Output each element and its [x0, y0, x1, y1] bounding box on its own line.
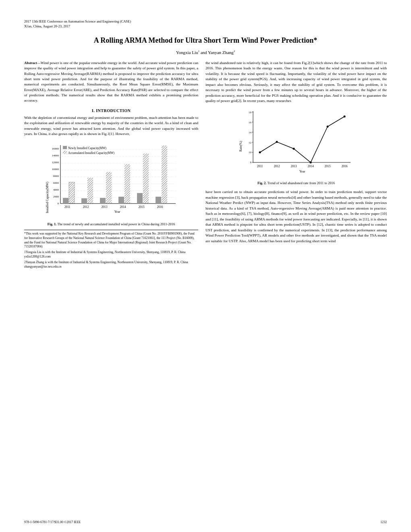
svg-rect-42 — [63, 146, 67, 149]
paper-title: A Rolling ARMA Method for Ultra Short Te… — [48, 35, 363, 46]
fig2-caption: Fig. 2. Trend of wind abandoned rate fro… — [206, 181, 387, 185]
svg-rect-24 — [69, 182, 75, 204]
svg-rect-33 — [156, 197, 161, 204]
svg-text:Accumulated Installed Capacity: Accumulated Installed Capacity(MW) — [68, 151, 114, 155]
svg-rect-21 — [63, 198, 68, 204]
svg-text:Year: Year — [114, 210, 120, 214]
svg-text:2011: 2011 — [64, 205, 71, 209]
authors-line: Yongxia Liu1 and Yanyan Zhang2 — [24, 50, 387, 55]
svg-rect-29 — [118, 197, 124, 204]
svg-text:2012: 2012 — [274, 164, 280, 168]
svg-rect-25 — [81, 198, 87, 204]
svg-point-65 — [327, 125, 329, 127]
svg-text:Installed Capacity(MW): Installed Capacity(MW) — [46, 181, 49, 213]
svg-rect-26 — [87, 178, 93, 204]
svg-rect-31 — [137, 193, 143, 204]
figure-2: Rate(%) 8 10 12 14 16 — [206, 108, 387, 185]
fig1-caption: Fig. 1. The trend of newly and accumulat… — [24, 222, 198, 227]
svg-rect-34 — [162, 145, 167, 204]
intro-text-right-2: have been carried on to obtain accurate … — [206, 189, 387, 244]
conference-line1: 2017 13th IEEE Conference on Automation … — [24, 19, 387, 23]
svg-text:2011: 2011 — [257, 164, 263, 168]
svg-text:14: 14 — [249, 131, 252, 134]
svg-text:Newly Installed Capacity(MW): Newly Installed Capacity(MW) — [68, 146, 106, 150]
svg-text:2000: 2000 — [53, 195, 59, 198]
svg-text:2013: 2013 — [102, 205, 108, 209]
svg-text:6000: 6000 — [53, 181, 59, 185]
svg-point-66 — [344, 115, 346, 117]
svg-text:Year: Year — [299, 170, 305, 173]
intro-text-left: With the depletion of conventional energ… — [24, 115, 198, 137]
svg-text:16000: 16000 — [52, 147, 59, 150]
svg-text:0: 0 — [58, 202, 59, 205]
svg-point-63 — [293, 148, 295, 150]
svg-rect-32 — [143, 154, 149, 204]
svg-text:Rate(%): Rate(%) — [239, 141, 243, 152]
svg-rect-27 — [100, 198, 106, 204]
svg-text:8000: 8000 — [53, 175, 59, 178]
intro-text-right-1: the wind abandoned rate is relatively hi… — [206, 60, 387, 104]
footnotes: *This work was supported by the National… — [24, 230, 198, 269]
svg-rect-44 — [63, 151, 67, 154]
svg-text:2012: 2012 — [83, 205, 89, 209]
svg-text:12000: 12000 — [52, 161, 59, 164]
svg-text:16: 16 — [249, 121, 252, 124]
svg-text:18: 18 — [249, 111, 252, 114]
footer: 978-1-5090-6781-7/17/$31.00 ©2017 IEEE 1… — [24, 520, 387, 524]
svg-text:2014: 2014 — [120, 205, 126, 209]
svg-text:2016: 2016 — [342, 164, 348, 168]
svg-text:4000: 4000 — [53, 188, 59, 191]
figure-1: Installed Capacity(MW) 0 2000 4000 6000 … — [24, 141, 198, 227]
svg-text:10000: 10000 — [52, 168, 59, 171]
svg-text:8: 8 — [250, 161, 252, 164]
svg-point-61 — [259, 151, 261, 153]
conference-line2: Xi'an, China, August 20-23, 2017 — [24, 24, 387, 28]
svg-rect-30 — [125, 164, 130, 204]
footer-isbn: 978-1-5090-6781-7/17/$31.00 ©2017 IEEE — [24, 520, 81, 524]
svg-text:2015: 2015 — [325, 164, 331, 168]
intro-heading: I. INTRODUCTION — [24, 108, 198, 113]
footer-page: 1232 — [380, 520, 387, 524]
svg-text:2013: 2013 — [291, 164, 297, 168]
svg-text:2015: 2015 — [139, 205, 145, 209]
svg-text:12: 12 — [249, 141, 252, 144]
svg-text:14000: 14000 — [52, 154, 59, 157]
svg-point-62 — [276, 141, 278, 143]
abstract-block: Abstract—Wind power is one of the popula… — [24, 60, 198, 104]
svg-text:2016: 2016 — [157, 205, 163, 209]
svg-rect-28 — [106, 172, 112, 204]
svg-point-64 — [310, 161, 312, 163]
svg-text:2014: 2014 — [308, 164, 314, 168]
svg-text:10: 10 — [249, 151, 252, 154]
